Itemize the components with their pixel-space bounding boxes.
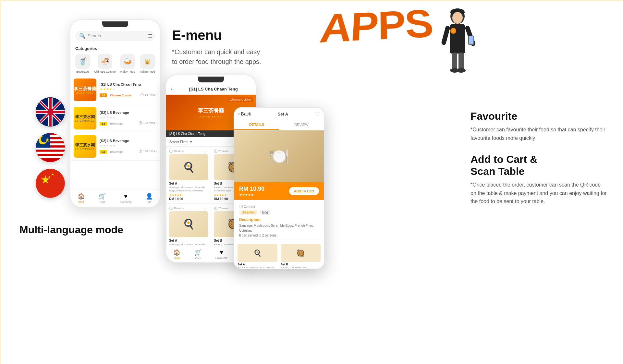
bottom-food-row: 🍳 Set A Sausage, Mushroom, Scramble 🥘 Se… — [234, 241, 324, 269]
apps-text: APPS — [318, 6, 435, 47]
stall-label: Stall — [78, 200, 84, 204]
categories-section: Categories 🥤 Beverage 🍜 Chinese Cuisine … — [70, 43, 160, 76]
favourite-title: Favourite — [470, 110, 607, 122]
svg-rect-22 — [36, 156, 65, 158]
beverage-label: Beverage — [76, 70, 89, 73]
detail-price: RM 10.90 — [239, 186, 264, 192]
svg-rect-40 — [441, 25, 450, 45]
malay-icon: 🍛 — [120, 54, 135, 69]
svg-text:✓: ✓ — [452, 29, 455, 33]
time-1: 🕐 13 mins › — [140, 93, 157, 96]
stall-icon-2: 🏠 — [173, 249, 180, 256]
add-to-cart-title: Add to Cart &Scan Table — [470, 153, 607, 177]
detail-header: ‹ Back Set A ♡ — [234, 108, 324, 120]
bottom-food-1-desc: Sausage, Mushroom, Scramble — [238, 266, 277, 269]
stars-1: ★★★★★ — [100, 87, 157, 91]
tab-details[interactable]: DETAILS — [234, 120, 279, 130]
fav-icon-2: ♥ — [220, 249, 223, 256]
svg-rect-42 — [458, 53, 464, 70]
category-chinese[interactable]: 🍜 Chinese Cuisine — [94, 54, 116, 73]
restaurant-card-1[interactable]: 李三茶餐廳 ASIAN FOOD [S1] LS Cha Chaan Teng … — [70, 76, 160, 104]
emenu-subtitle: *Customer can quick and easyto order foo… — [172, 47, 286, 67]
restaurant-list: 李三茶餐廳 ASIAN FOOD [S1] LS Cha Chaan Teng … — [70, 76, 160, 161]
stars-2: ★★★★★ — [100, 115, 157, 119]
favourite-desc: *Customer can favourite their food so th… — [470, 126, 607, 142]
category-beverage[interactable]: 🥤 Beverage — [75, 54, 90, 73]
food-price-1: RM 10.90 — [169, 197, 208, 201]
svg-rect-21 — [36, 154, 65, 156]
flag-malaysia[interactable] — [36, 133, 65, 162]
indian-icon: 🕌 — [140, 54, 155, 69]
svg-rect-41 — [452, 53, 457, 70]
indian-label: Indian Food — [140, 70, 155, 73]
nav-cart-1[interactable]: 🛒 Cart — [99, 193, 106, 204]
categories-grid: 🥤 Beverage 🍜 Chinese Cuisine 🍛 Malay Foo… — [75, 54, 155, 73]
phone-notch-2 — [198, 77, 224, 82]
language-flags-section — [36, 97, 65, 198]
apps-section: APPS — [321, 6, 432, 44]
bottom-food-2[interactable]: 🥘 Set B Bacon, Luncheon Meat, — [281, 244, 321, 269]
search-text: Search — [88, 33, 101, 38]
tag-s2-3: S2 — [100, 150, 107, 154]
back-arrow-2[interactable]: ‹ — [171, 86, 173, 92]
nav-stall-1[interactable]: 🏠 Stall — [78, 193, 85, 204]
me-icon: 👤 — [146, 193, 153, 200]
detail-description: Sausage, Mushroom, Scramble Eggs, French… — [239, 223, 319, 238]
time-3: 🕐 123 mins › — [139, 150, 157, 153]
page-wrapper: Multi-language mode 🔍 Search ☰ Categorie… — [0, 0, 623, 364]
tag-chinese-1: Chinese Cuisine — [110, 94, 131, 97]
add-to-cart-button[interactable]: Add To Cart — [289, 187, 319, 195]
emenu-section: E-menu *Customer can quick and easyto or… — [172, 28, 286, 79]
tag-s2-2: S2 — [100, 122, 107, 126]
add-to-cart-desc: *Once placed the order, customer can sca… — [470, 181, 607, 206]
detail-price-bar: RM 10.90 ★★★★★ Add To Cart — [234, 182, 324, 200]
tag-beverage-3: Beverage — [110, 150, 123, 153]
vertical-divider — [164, 0, 164, 364]
food-img-1: 🍳 — [169, 154, 208, 180]
menu-icon[interactable]: ☰ — [148, 33, 153, 39]
search-bar[interactable]: 🔍 Search ☰ — [75, 31, 155, 41]
nav-fav-1[interactable]: ♥ Favourite — [120, 193, 132, 204]
restaurant-img-3: 李三茶水閣 LS BEVERAGE — [74, 135, 96, 158]
filter-arrow: ▼ — [189, 140, 193, 144]
heart-icon[interactable]: ♡ — [315, 110, 320, 117]
bottom-nav-1: 🏠 Stall 🛒 Cart ♥ Favourite 👤 Me — [70, 189, 160, 207]
flag-uk[interactable] — [36, 97, 65, 127]
nav-fav-2[interactable]: ♥ Favourite — [215, 249, 228, 260]
cart-label: Cart — [99, 200, 105, 204]
time-2: 🕐 123 mins › — [139, 121, 157, 125]
phone-mockup-1: 🔍 Search ☰ Categories 🥤 Beverage 🍜 Chine… — [70, 19, 161, 208]
fav-label-2: Favourite — [215, 256, 228, 260]
tab-review[interactable]: REVIEW — [279, 120, 324, 130]
restaurant-card-3[interactable]: 李三茶水閣 LS BEVERAGE [S2] LS Beverage ★★★★★… — [70, 132, 160, 161]
food-img-3: 🍳 — [169, 211, 208, 237]
restaurant-card-2[interactable]: 李三茶水閣 LS BEVERAGE [S2] LS Beverage ★★★★★… — [70, 104, 160, 132]
bottom-food-2-desc: Bacon, Luncheon Meat, — [281, 266, 321, 269]
banner-badge: Chinese Cuisine — [228, 97, 253, 102]
favourite-section: Favourite *Customer can favourite their … — [470, 110, 607, 142]
nav-me-1[interactable]: 👤 Me — [146, 193, 153, 204]
multi-language-label: Multi-language mode — [19, 224, 123, 236]
me-label: Me — [147, 200, 152, 204]
phone-notch — [102, 21, 128, 27]
bottom-food-1[interactable]: 🍳 Set A Sausage, Mushroom, Scramble — [238, 244, 277, 269]
back-button-3[interactable]: ‹ Back — [238, 111, 251, 116]
svg-point-35 — [452, 12, 463, 24]
svg-rect-19 — [36, 150, 65, 152]
nav-stall-2[interactable]: 🏠 Stall — [173, 249, 180, 260]
phone-header-2: ‹ [S1] LS Cha Chaan Teng — [166, 83, 256, 95]
cart-icon: 🛒 — [99, 193, 106, 200]
category-malay[interactable]: 🍛 Malay Food — [120, 54, 135, 73]
chinese-icon: 🍜 — [98, 54, 112, 69]
smart-filter-label: Smart Filter — [169, 140, 188, 144]
stars-3: ★★★★★ — [100, 144, 157, 147]
flag-china[interactable] — [36, 169, 65, 198]
svg-rect-23 — [36, 158, 65, 160]
category-indian[interactable]: 🕌 Indian Food — [140, 54, 155, 73]
food-card-1[interactable]: 🕐 20 mins ♡ 🍳 Set A Sausage, Mushroom, S… — [166, 147, 211, 204]
detail-set-label: Set A — [277, 112, 288, 116]
svg-point-44 — [457, 68, 466, 73]
cart-icon-2: 🛒 — [194, 249, 202, 256]
svg-point-29 — [36, 169, 65, 198]
nav-cart-2[interactable]: 🛒 Cart — [194, 249, 202, 260]
